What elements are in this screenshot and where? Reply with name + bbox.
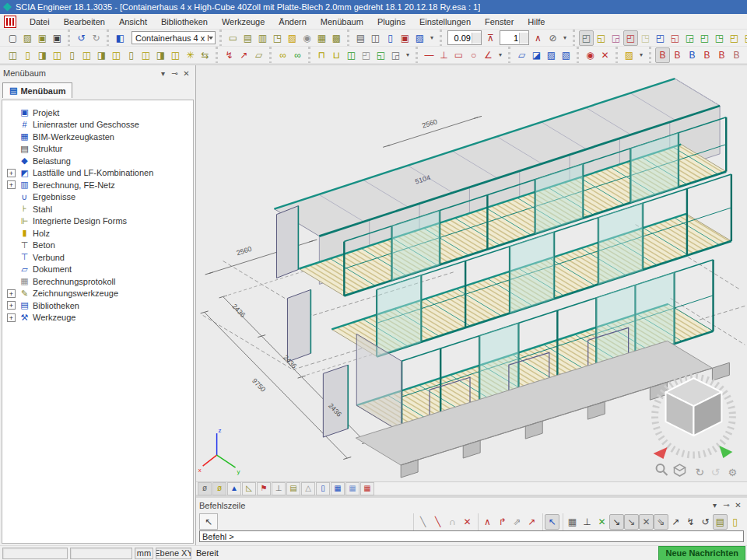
tree-item-integrierte-design-forms[interactable]: ⊩Integrierte Design Forms <box>2 215 193 228</box>
snap-doc-icon[interactable]: ▯ <box>728 514 742 530</box>
beam-display-icon[interactable]: ◺ <box>242 482 256 495</box>
view-flag-1-icon[interactable]: ◰ <box>579 30 594 46</box>
collapse-chevron-icon[interactable]: ▾ <box>157 68 169 79</box>
print-preview-icon[interactable]: ◫ <box>368 30 383 46</box>
snap-mode-5-icon[interactable]: ↗ <box>668 514 683 530</box>
menu-hilfe[interactable]: Hilfe <box>521 16 552 28</box>
section-3-icon[interactable]: ◨ <box>35 47 50 63</box>
steel-check-1-icon[interactable]: B <box>655 47 670 63</box>
expand-plus-icon[interactable] <box>7 180 16 189</box>
vertex-snap-icon[interactable]: ∧ <box>480 514 495 530</box>
spin-down-arrow[interactable] <box>472 38 481 44</box>
rotate-right-arrow-icon[interactable] <box>719 446 732 458</box>
polyline-member-icon[interactable]: ▱ <box>251 47 266 63</box>
menu-fenster[interactable]: Fenster <box>478 16 521 28</box>
open-service-icon[interactable]: ▨ <box>622 47 637 63</box>
menu-bearbeiten[interactable]: Bearbeiten <box>57 16 112 28</box>
edge-snap-icon[interactable]: ↱ <box>495 514 510 530</box>
paperspace-icon[interactable]: ▨ <box>412 30 427 46</box>
more-options-icon[interactable]: ▾ <box>403 47 412 63</box>
snap-line-red-icon[interactable]: ╲ <box>430 514 445 530</box>
section-8-icon[interactable]: ◫ <box>109 47 124 63</box>
snap-mode-6-icon[interactable]: ↯ <box>683 514 698 530</box>
surface-display-icon[interactable]: △ <box>301 482 315 495</box>
arbitrary-beam-icon[interactable]: ⊔ <box>329 47 344 63</box>
menu-ndern[interactable]: Ändern <box>272 16 313 28</box>
rotate-left-arrow-icon[interactable] <box>654 447 668 459</box>
table-display-icon[interactable]: ▦ <box>360 482 374 495</box>
doc-display-icon[interactable]: ▯ <box>316 482 330 495</box>
menu-plugins[interactable]: Plugins <box>370 16 412 28</box>
point-snap-icon[interactable]: ✕ <box>594 514 609 530</box>
section-12-icon[interactable]: ◫ <box>168 47 183 63</box>
workplane-icon[interactable]: ▦ <box>314 30 329 46</box>
project-folder-icon[interactable]: ▨ <box>285 30 300 46</box>
structure-scale-icon[interactable]: ∧ <box>531 30 545 46</box>
snap-mode-2-icon[interactable]: ↘ <box>624 514 639 530</box>
expand-plus-icon[interactable] <box>7 301 16 310</box>
hide-selection-icon[interactable]: ✕ <box>598 47 612 63</box>
tree-item-zeichnungswerkzeuge[interactable]: ✎Zeichnungswerkzeuge <box>2 288 193 300</box>
expand-plus-icon[interactable] <box>7 313 16 322</box>
load-display-icon[interactable]: ⚑ <box>257 482 271 495</box>
bolt-icon[interactable]: ◲ <box>388 47 403 63</box>
section-4-icon[interactable]: ◫ <box>50 47 65 63</box>
midpoint-snap-icon[interactable]: ⇗ <box>510 514 524 530</box>
section-9-icon[interactable]: ▯ <box>124 47 139 63</box>
pin-icon[interactable]: ⊸ <box>169 68 181 79</box>
units-icon[interactable]: ▭ <box>226 30 240 46</box>
navigation-cube[interactable]: ↻ ↺ ⚙ <box>654 377 737 478</box>
view-flag-8-icon[interactable]: ◲ <box>682 30 697 46</box>
command-input[interactable] <box>199 530 744 542</box>
copy-icon[interactable]: ▱ <box>514 47 529 63</box>
view-flag-3-icon[interactable]: ◲ <box>608 30 623 46</box>
rectangle-icon[interactable]: ▭ <box>451 47 466 63</box>
open-project-icon[interactable]: ▨ <box>20 30 35 46</box>
3d-viewport[interactable]: 2560 5104 2560 2436 9750 2436 2436 z x y… <box>196 65 747 482</box>
tree-item-bibliotheken[interactable]: ▤Bibliotheken <box>2 299 193 312</box>
tab-menubaum[interactable]: ▤ Menübaum <box>2 82 72 98</box>
node-display-icon[interactable]: ▲ <box>227 482 241 495</box>
orbit-down-icon[interactable]: ↻ <box>695 466 704 478</box>
duplicate-icon[interactable]: ▨ <box>544 47 559 63</box>
snap-table-icon[interactable]: ▤ <box>713 514 728 530</box>
save-all-icon[interactable]: ▣ <box>35 30 50 46</box>
tree-item-belastung[interactable]: ◆Belastung <box>2 155 193 167</box>
section-10-icon[interactable]: ◫ <box>139 47 153 63</box>
grid-display-icon[interactable]: ▦ <box>331 482 345 495</box>
view-flag-11-icon[interactable]: ◰ <box>727 30 742 46</box>
spin-down-arrow[interactable] <box>520 38 528 44</box>
tree-item-projekt[interactable]: ▣Projekt <box>2 107 193 119</box>
ucs-icon[interactable]: ◳ <box>270 30 285 46</box>
support-icon[interactable]: ↗ <box>237 47 251 63</box>
opening-icon[interactable]: ◫ <box>344 47 359 63</box>
isometric-view-icon[interactable] <box>675 464 686 476</box>
exchange-icon[interactable]: ⇆ <box>198 47 212 63</box>
section-1-icon[interactable]: ◫ <box>5 47 20 63</box>
section-5-icon[interactable]: ▯ <box>65 47 79 63</box>
new-project-icon[interactable]: ▢ <box>5 30 20 46</box>
tree-item-stahl[interactable]: ⊦Stahl <box>2 203 193 215</box>
save-icon[interactable]: ▣ <box>50 30 65 46</box>
section-2-icon[interactable]: ▯ <box>20 47 35 63</box>
gallery-icon[interactable]: ▣ <box>398 30 412 46</box>
ortho-icon[interactable]: ⊥ <box>580 514 594 530</box>
close-icon[interactable]: ✕ <box>732 500 744 511</box>
unit-box[interactable]: mm <box>135 548 153 559</box>
haunch-icon[interactable]: ⊓ <box>314 47 329 63</box>
window-split-icon[interactable]: ◧ <box>113 30 128 46</box>
tree-item-berechnungsprotokoll[interactable]: ▦Berechnungsprotokoll <box>2 275 193 288</box>
expand-plus-icon[interactable] <box>7 289 16 298</box>
scia-file-icon[interactable] <box>4 16 16 28</box>
display-scale-icon[interactable]: ⊼ <box>483 30 498 46</box>
close-icon[interactable]: ✕ <box>181 68 192 79</box>
tree-item-verbund[interactable]: ⊤Verbund <box>2 251 193 264</box>
view-flag-4-icon[interactable]: ◰ <box>623 30 638 46</box>
steel-check-5-icon[interactable]: B <box>714 47 729 63</box>
document-icon[interactable]: ▯ <box>383 30 398 46</box>
collapse-chevron-icon[interactable]: ▾ <box>709 500 721 511</box>
display-scale-spinner[interactable] <box>447 30 482 45</box>
steel-check-3-icon[interactable]: B <box>685 47 700 63</box>
steel-check-6-icon[interactable]: B <box>729 47 744 63</box>
clipboard-icon[interactable]: ▥ <box>255 30 270 46</box>
